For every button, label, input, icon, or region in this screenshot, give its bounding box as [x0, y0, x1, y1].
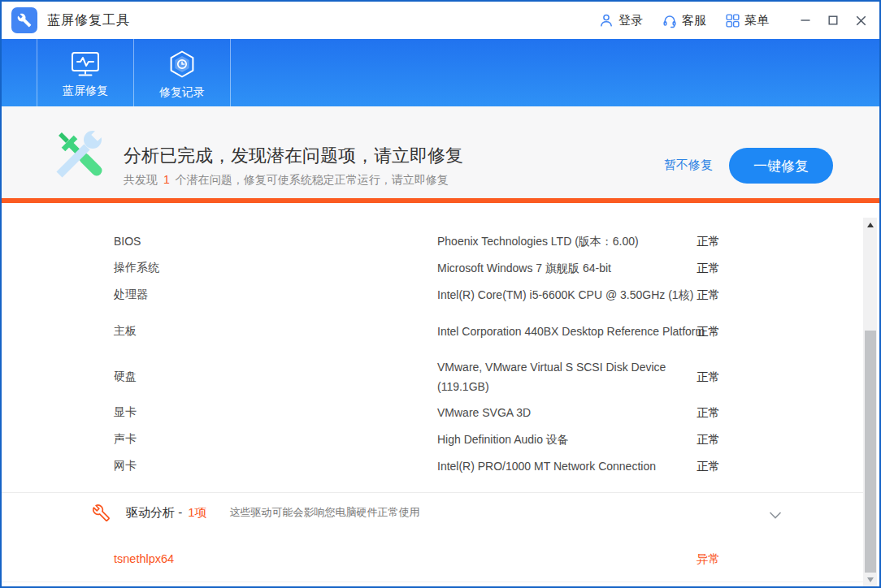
person-icon: [599, 13, 614, 28]
hardware-row-audio: 声卡 High Definition Audio 设备 正常: [114, 428, 733, 451]
orange-divider: [2, 198, 879, 203]
login-button[interactable]: 登录: [599, 13, 643, 28]
hardware-value: Intel(R) PRO/1000 MT Network Connection: [437, 456, 710, 476]
login-label: 登录: [618, 13, 643, 28]
status-badge: 正常: [697, 459, 720, 474]
tab-label: 蓝屏修复: [63, 84, 108, 97]
hardware-label: 主板: [114, 324, 437, 339]
hardware-label: BIOS: [114, 235, 437, 248]
scroll-down-arrow-icon[interactable]: [863, 573, 877, 586]
chevron-down-icon: [769, 512, 782, 519]
hardware-value: Phoenix Technologies LTD (版本：6.00): [437, 231, 710, 251]
hardware-label: 操作系统: [114, 261, 437, 275]
menu-label: 菜单: [744, 13, 769, 28]
status-badge: 正常: [697, 234, 720, 249]
close-button[interactable]: [855, 15, 866, 26]
tab-label: 修复记录: [159, 85, 205, 98]
hexagon-clock-icon: [167, 50, 197, 79]
driver-analysis-description: 这些驱动可能会影响您电脑硬件正常使用: [230, 505, 420, 520]
hardware-value: Microsoft Windows 7 旗舰版 64-bit: [437, 258, 710, 278]
titlebar-actions: 登录 客服: [599, 13, 866, 28]
banner-title: 分析已完成，发现潜在问题项，请立即修复: [124, 144, 463, 168]
window-controls: [800, 15, 866, 26]
title-bar: 蓝屏修复工具 登录: [2, 2, 879, 39]
app-title: 蓝屏修复工具: [47, 12, 130, 29]
monitor-pulse-icon: [71, 51, 100, 77]
hardware-value: VMware SVGA 3D: [437, 403, 710, 422]
hardware-value: Intel Corporation 440BX Desktop Referenc…: [437, 322, 710, 341]
hardware-row-os: 操作系统 Microsoft Windows 7 旗舰版 64-bit 正常: [114, 257, 733, 279]
hardware-row-bios: BIOS Phoenix Technologies LTD (版本：6.00) …: [114, 230, 733, 253]
scrollbar-thumb[interactable]: [865, 331, 876, 573]
driver-wrench-icon: [93, 504, 110, 521]
vertical-scrollbar[interactable]: [863, 218, 877, 586]
wrench-icon: [17, 13, 32, 28]
driver-analysis-title: 驱动分析 -: [126, 505, 182, 521]
maximize-icon: [828, 15, 838, 25]
status-badge: 正常: [697, 261, 720, 276]
hardware-row-motherboard: 主板 Intel Corporation 440BX Desktop Refer…: [114, 310, 733, 352]
collapse-toggle[interactable]: [769, 508, 782, 522]
support-button[interactable]: 客服: [662, 13, 706, 28]
tab-repair-history[interactable]: 修复记录: [134, 39, 231, 108]
tools-icon: [49, 128, 111, 189]
grid-menu-icon: [726, 14, 740, 28]
hardware-value: VMware, VMware Virtual S SCSI Disk Devic…: [437, 357, 710, 396]
minimize-button[interactable]: [800, 15, 811, 26]
status-badge: 正常: [697, 324, 720, 339]
app-window: 蓝屏修复工具 登录: [0, 0, 881, 588]
support-label: 客服: [682, 13, 706, 28]
skip-repair-link[interactable]: 暂不修复: [664, 158, 713, 173]
scroll-up-arrow-icon[interactable]: [863, 218, 877, 231]
hardware-row-network: 网卡 Intel(R) PRO/1000 MT Network Connecti…: [114, 455, 733, 478]
hardware-value: Intel(R) Core(TM) i5-6600K CPU @ 3.50GHz…: [437, 285, 710, 305]
one-click-fix-button[interactable]: 一键修复: [729, 148, 833, 184]
status-badge: 正常: [697, 288, 720, 303]
result-banner: 分析已完成，发现潜在问题项，请立即修复 共发现1个潜在问题，修复可使系统稳定正常…: [2, 106, 879, 198]
subtitle-prefix: 共发现: [124, 173, 158, 186]
driver-issue-count: 1项: [188, 505, 206, 521]
row-divider: [2, 582, 863, 582]
driver-name: tsnethlpx64: [114, 552, 174, 565]
hardware-label: 网卡: [114, 459, 437, 473]
hardware-row-disk: 硬盘 VMware, VMware Virtual S SCSI Disk De…: [114, 356, 733, 398]
maximize-button[interactable]: [827, 15, 839, 26]
subtitle-suffix: 个潜在问题，修复可使系统稳定正常运行，请立即修复: [176, 173, 449, 186]
status-badge: 正常: [697, 432, 720, 447]
menu-button[interactable]: 菜单: [726, 13, 769, 28]
hardware-label: 处理器: [114, 288, 437, 302]
status-badge: 正常: [697, 370, 720, 385]
status-badge: 正常: [697, 405, 720, 421]
tab-bluescreen-repair[interactable]: 蓝屏修复: [37, 39, 134, 108]
section-divider: [2, 492, 863, 493]
minimize-icon: [801, 15, 810, 25]
hardware-value: High Definition Audio 设备: [437, 430, 710, 449]
hardware-label: 显卡: [114, 405, 437, 420]
driver-item-row: tsnethlpx64 异常: [114, 549, 733, 569]
issue-count: 1: [163, 173, 170, 186]
hardware-label: 硬盘: [114, 370, 437, 384]
hardware-label: 声卡: [114, 432, 437, 447]
hardware-row-cpu: 处理器 Intel(R) Core(TM) i5-6600K CPU @ 3.5…: [114, 283, 733, 306]
close-icon: [856, 15, 866, 26]
driver-status-badge: 异常: [697, 551, 720, 567]
banner-subtitle: 共发现1个潜在问题，修复可使系统稳定正常运行，请立即修复: [124, 173, 449, 188]
nav-bar: 蓝屏修复 修复记录: [2, 39, 879, 108]
hardware-row-gpu: 显卡 VMware SVGA 3D 正常: [114, 401, 733, 424]
app-logo-icon: [11, 7, 37, 33]
driver-analysis-header: 驱动分析 - 1项 这些驱动可能会影响您电脑硬件正常使用: [93, 499, 420, 526]
headset-icon: [662, 13, 677, 28]
